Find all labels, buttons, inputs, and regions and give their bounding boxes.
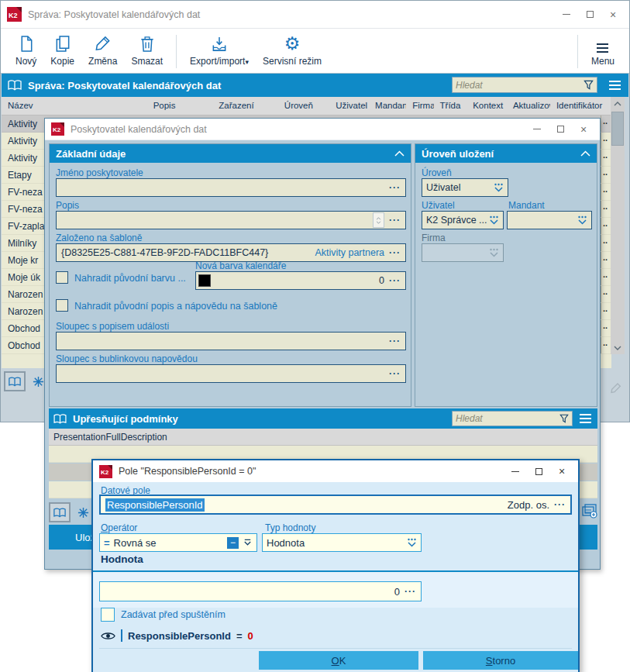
chevron-up-icon	[614, 102, 621, 106]
asterisk-icon	[77, 507, 89, 519]
user-combo[interactable]: K2 Správce ...	[422, 211, 504, 229]
lookup-dots-icon[interactable]: ···	[389, 275, 401, 286]
column-header[interactable]: Kontext	[466, 97, 507, 115]
column-header[interactable]: Uživatel	[329, 97, 369, 115]
tab-browse[interactable]	[4, 371, 26, 391]
edit-button[interactable]: Změna	[81, 32, 124, 71]
basic-data-panel: Základní údaje Jméno poskytovatele ··· P…	[49, 143, 411, 407]
filter-icon[interactable]	[559, 414, 569, 423]
book-icon	[53, 508, 66, 518]
value-input[interactable]: 0 ···	[99, 581, 422, 601]
minimize-button[interactable]	[504, 463, 527, 480]
lookup-dots-icon[interactable]: ···	[405, 586, 416, 597]
template-name: Aktivity partnera	[315, 247, 384, 258]
tooltip-column-field[interactable]: ···	[56, 364, 406, 383]
prompt-before-run-checkbox[interactable]	[101, 608, 115, 622]
service-mode-button[interactable]: ⚙ Servisní režim	[256, 32, 329, 71]
close-button[interactable]: ×	[601, 6, 625, 23]
data-field-input[interactable]: ResponsiblePersonId Zodp. os. ···	[99, 495, 572, 515]
maximize-button[interactable]	[578, 6, 601, 23]
template-guid: {D8325E25-C881-47EB-9F2D-FADC11BFC447}	[61, 247, 268, 258]
spinner-icon[interactable]	[373, 212, 384, 228]
tab-special[interactable]	[72, 502, 94, 522]
firm-label: Firma	[422, 233, 446, 243]
minimize-icon	[563, 14, 570, 15]
column-header[interactable]: Identifikátor	[550, 97, 611, 115]
collapse-icon[interactable]	[580, 150, 590, 157]
maximize-button[interactable]	[527, 463, 550, 480]
value-type-combo[interactable]: Hodnota	[262, 533, 422, 552]
provider-name-field[interactable]: ···	[56, 178, 406, 197]
scroll-up-button[interactable]	[611, 97, 625, 110]
user-label: Uživatel	[422, 200, 455, 211]
dialog-title: Pole "ResponsiblePersonId = 0"	[119, 466, 256, 477]
delete-button[interactable]: Smazat	[124, 32, 170, 71]
new-color-field[interactable]: 0 ···	[195, 271, 406, 290]
lookup-dots-icon[interactable]: ···	[389, 215, 401, 226]
search-input[interactable]	[456, 80, 584, 91]
dropdown-sort-icon[interactable]	[243, 538, 253, 547]
preview-operator: =	[236, 630, 243, 642]
column-header[interactable]: Firma	[406, 97, 433, 115]
new-color-value: 0	[379, 275, 384, 286]
browse-menu-icon[interactable]	[609, 81, 621, 90]
lookup-dots-icon[interactable]: ···	[389, 336, 401, 346]
vertical-scrollbar[interactable]	[611, 97, 625, 354]
ok-button[interactable]: OK	[259, 651, 418, 670]
close-button[interactable]: ×	[550, 463, 573, 480]
scroll-thumb[interactable]	[611, 112, 624, 146]
event-description-field[interactable]: ···	[56, 332, 406, 350]
cancel-button[interactable]: Storno	[423, 651, 578, 670]
menu-button[interactable]: Menu	[584, 32, 621, 71]
form-plus-icon	[582, 504, 597, 519]
dropdown-caret-icon: ▾	[245, 58, 249, 66]
browse-title: Správa: Poskytovatel kalendářových dat	[28, 80, 221, 91]
scroll-down-button[interactable]	[611, 341, 625, 354]
column-header[interactable]: Mandant	[369, 97, 406, 115]
new-button[interactable]: Nový	[9, 32, 43, 71]
data-field-display-name: Zodp. os.	[508, 499, 549, 511]
basic-panel-header: Základní údaje	[50, 144, 411, 163]
description-field[interactable]: ···	[56, 211, 406, 229]
maximize-button[interactable]	[549, 121, 572, 138]
lookup-dots-icon[interactable]: ···	[554, 499, 566, 510]
asterisk-icon	[33, 376, 44, 388]
column-header[interactable]: Zařazení	[212, 97, 278, 115]
conditions-search-box	[452, 411, 573, 426]
collapse-icon[interactable]	[394, 150, 405, 157]
replace-description-checkbox[interactable]	[56, 299, 68, 312]
filter-icon[interactable]	[584, 80, 594, 90]
lookup-dots-icon[interactable]: ···	[389, 182, 401, 193]
template-field[interactable]: {D8325E25-C881-47EB-9F2D-FADC11BFC447} A…	[56, 243, 406, 262]
button-divider	[99, 648, 572, 649]
mandant-combo[interactable]	[507, 211, 592, 229]
condition-row[interactable]: PresentationFullDescription	[49, 429, 597, 446]
operator-label: Operátor	[101, 522, 137, 533]
conditions-search-input[interactable]	[456, 413, 559, 424]
lookup-dots-icon[interactable]: ···	[389, 368, 401, 379]
column-header[interactable]: Název	[2, 97, 147, 115]
eye-icon[interactable]	[101, 631, 115, 641]
toolbar: Nový Kopie Změna	[1, 29, 629, 74]
operator-combo[interactable]: = Rovná se −	[99, 533, 257, 552]
replace-color-checkbox[interactable]	[56, 271, 68, 284]
column-header[interactable]: Popis	[147, 97, 213, 115]
add-condition-button[interactable]	[582, 504, 597, 522]
column-header[interactable]: Aktualizováno	[507, 97, 550, 115]
copy-button[interactable]: Kopie	[43, 32, 81, 71]
export-import-button[interactable]: Export/import▾	[183, 32, 256, 71]
conditions-menu-icon[interactable]	[580, 414, 591, 423]
level-combo[interactable]: Uživatel	[422, 178, 508, 197]
value-type-label: Typ hodnoty	[265, 522, 315, 533]
minimize-button[interactable]	[555, 6, 578, 23]
k2-logo-icon: K2	[99, 465, 112, 478]
close-button[interactable]: ×	[572, 121, 595, 138]
lookup-dots-icon[interactable]: ···	[389, 247, 401, 258]
value-text: 0	[394, 586, 400, 598]
column-header[interactable]: Třída	[434, 97, 467, 115]
maximize-icon	[587, 11, 594, 18]
minimize-button[interactable]	[525, 121, 549, 138]
column-header[interactable]: Úroveň	[278, 97, 329, 115]
replace-description-label: Nahradit původní popis a nápovědu na šab…	[74, 301, 277, 312]
tab-browse[interactable]	[49, 502, 71, 522]
